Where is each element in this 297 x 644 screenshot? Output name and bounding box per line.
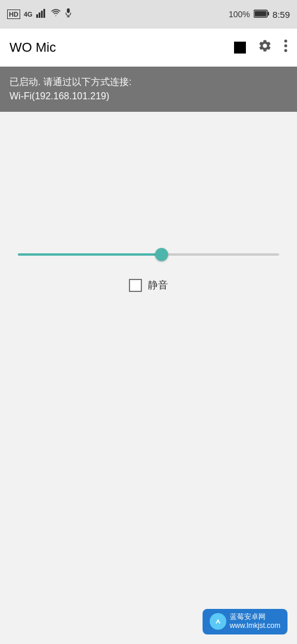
svg-rect-9 — [254, 11, 266, 16]
more-options-icon[interactable] — [284, 39, 287, 56]
slider-fill — [18, 253, 162, 256]
slider-thumb[interactable] — [155, 248, 168, 261]
hd-icon: HD — [7, 10, 20, 19]
mute-label: 静音 — [148, 278, 168, 292]
svg-rect-0 — [36, 14, 38, 18]
svg-rect-1 — [39, 12, 40, 18]
svg-point-11 — [285, 45, 287, 48]
watermark: 蓝莓安卓网 www.lmkjst.com — [203, 609, 287, 634]
svg-rect-2 — [41, 11, 43, 18]
slider-track — [18, 253, 279, 256]
status-banner: 已启动. 请通过以下方式连接: Wi-Fi(192.168.101.219) — [0, 67, 297, 112]
svg-point-12 — [285, 49, 287, 52]
mute-checkbox[interactable] — [129, 279, 142, 292]
watermark-sitename: 蓝莓安卓网 — [230, 612, 280, 622]
mute-row: 静音 — [129, 278, 168, 292]
wifi-icon — [50, 8, 61, 20]
svg-point-10 — [285, 40, 287, 43]
settings-icon[interactable] — [258, 39, 272, 56]
watermark-url: www.lmkjst.com — [230, 621, 280, 631]
slider-section: 静音 — [10, 243, 287, 292]
svg-point-14 — [217, 620, 219, 621]
signal-4g-icon: 4G — [24, 11, 33, 18]
volume-slider[interactable] — [18, 243, 279, 266]
status-bar-right: 100% 8:59 — [229, 10, 290, 20]
mic-icon — [65, 8, 72, 20]
stop-button[interactable] — [234, 42, 246, 54]
status-text: 已启动. 请通过以下方式连接: Wi-Fi(192.168.101.219) — [10, 75, 287, 103]
main-content: 静音 — [0, 112, 297, 304]
watermark-icon — [210, 613, 226, 630]
app-bar-actions — [234, 39, 287, 56]
clock: 8:59 — [273, 10, 290, 20]
app-bar: WO Mic — [0, 29, 297, 67]
app-title: WO Mic — [10, 40, 234, 55]
svg-rect-3 — [43, 9, 45, 18]
battery-icon — [254, 10, 269, 20]
status-bar-left: HD 4G — [7, 8, 72, 20]
signal-bars-icon — [36, 8, 47, 20]
svg-rect-4 — [67, 8, 69, 13]
svg-rect-8 — [267, 12, 269, 15]
status-bar: HD 4G — [0, 0, 297, 29]
watermark-text-block: 蓝莓安卓网 www.lmkjst.com — [230, 612, 280, 631]
battery-percentage: 100% — [229, 10, 250, 19]
